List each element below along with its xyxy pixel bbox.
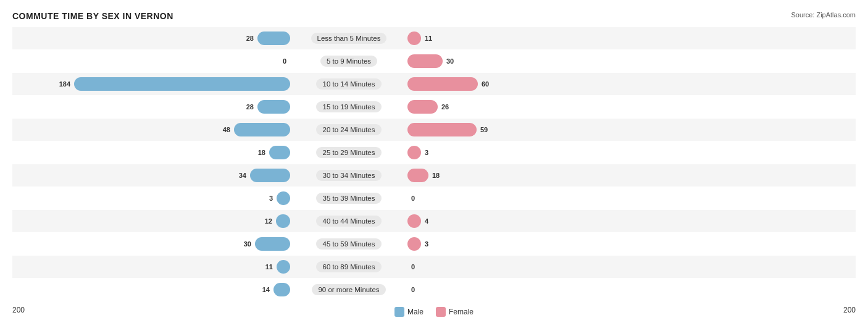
legend-female-label: Female — [449, 308, 474, 316]
female-value: 4 — [425, 217, 437, 225]
right-section: 0 — [407, 260, 685, 274]
left-section: 28 — [12, 31, 290, 45]
legend-male-label: Male — [407, 308, 424, 316]
female-value: 11 — [425, 35, 437, 42]
row-label: 40 to 44 Minutes — [316, 216, 381, 227]
source-label: Source: ZipAtlas.com — [791, 11, 856, 19]
right-section: 0 — [407, 191, 685, 205]
female-value: 3 — [425, 240, 437, 248]
male-bar — [257, 31, 290, 45]
chart-row: 1160 to 89 Minutes0 — [12, 256, 856, 278]
left-section: 18 — [12, 146, 290, 159]
male-bar — [277, 260, 290, 274]
chart-row: 335 to 39 Minutes0 — [12, 187, 856, 209]
female-bar — [407, 214, 421, 228]
chart-row: 05 to 9 Minutes30 — [12, 50, 856, 72]
right-section: 26 — [407, 100, 685, 114]
row-label-area: 90 or more Minutes — [290, 284, 407, 295]
male-value: 0 — [274, 57, 286, 65]
right-section: 3 — [407, 237, 685, 251]
chart-row: 28Less than 5 Minutes11 — [12, 27, 856, 49]
chart-row: 2815 to 19 Minutes26 — [12, 96, 856, 118]
female-bar — [407, 123, 477, 136]
row-label-area: 15 to 19 Minutes — [290, 101, 407, 112]
row-label: 15 to 19 Minutes — [316, 101, 381, 112]
chart-row: 1825 to 29 Minutes3 — [12, 141, 856, 164]
row-label: 20 to 24 Minutes — [316, 124, 381, 135]
female-value: 0 — [411, 286, 424, 293]
row-label-area: 40 to 44 Minutes — [290, 216, 407, 227]
right-section: 60 — [407, 77, 685, 91]
row-label: 5 to 9 Minutes — [320, 56, 377, 67]
male-bar — [277, 191, 290, 205]
row-label: 10 to 14 Minutes — [316, 78, 381, 90]
left-section: 11 — [12, 260, 290, 274]
female-bar — [407, 146, 421, 159]
male-value: 34 — [234, 172, 246, 179]
male-bar — [273, 283, 290, 296]
male-value: 30 — [239, 240, 251, 248]
female-value: 0 — [411, 263, 424, 271]
row-label: 60 to 89 Minutes — [316, 261, 381, 272]
left-section: 184 — [12, 77, 290, 91]
male-value: 18 — [253, 149, 265, 156]
row-label-area: 60 to 89 Minutes — [290, 261, 407, 272]
male-bar — [276, 214, 290, 228]
right-section: 3 — [407, 146, 685, 159]
right-section: 18 — [407, 169, 685, 182]
left-section: 0 — [12, 54, 290, 68]
left-section: 34 — [12, 169, 290, 182]
female-bar — [407, 237, 421, 251]
chart-row: 3045 to 59 Minutes3 — [12, 233, 856, 255]
male-value: 11 — [261, 263, 273, 271]
row-label-area: 5 to 9 Minutes — [290, 56, 407, 67]
chart-row: 18410 to 14 Minutes60 — [12, 73, 856, 95]
female-value: 0 — [411, 195, 424, 202]
row-label: 35 to 39 Minutes — [316, 193, 381, 204]
legend-female-box — [436, 307, 446, 317]
legend-male: Male — [394, 307, 424, 317]
axis-left-label: 200 — [12, 306, 43, 314]
male-bar — [250, 169, 290, 182]
row-label-area: 30 to 34 Minutes — [290, 170, 407, 181]
chart-container: COMMUTE TIME BY SEX IN VERNON Source: Zi… — [0, 0, 868, 323]
chart-area: 28Less than 5 Minutes1105 to 9 Minutes30… — [12, 27, 856, 301]
male-value: 14 — [257, 286, 270, 293]
left-section: 28 — [12, 100, 290, 114]
right-section: 11 — [407, 31, 685, 45]
female-bar — [407, 100, 438, 114]
legend-female: Female — [436, 307, 474, 317]
chart-row: 3430 to 34 Minutes18 — [12, 164, 856, 187]
female-bar — [407, 54, 443, 68]
female-value: 59 — [480, 126, 493, 133]
female-value: 30 — [446, 57, 459, 65]
male-bar — [257, 100, 290, 114]
right-section: 30 — [407, 54, 685, 68]
legend: Male Female — [394, 307, 474, 317]
male-value: 28 — [241, 35, 254, 42]
row-label-area: 20 to 24 Minutes — [290, 124, 407, 135]
right-section: 4 — [407, 214, 685, 228]
male-value: 3 — [261, 195, 273, 202]
male-bar — [269, 146, 290, 159]
chart-title: COMMUTE TIME BY SEX IN VERNON — [12, 11, 856, 21]
row-label: 45 to 59 Minutes — [316, 238, 381, 250]
female-value: 3 — [425, 149, 437, 156]
row-label-area: 25 to 29 Minutes — [290, 147, 407, 158]
axis-right-label: 200 — [825, 306, 856, 314]
chart-row: 1240 to 44 Minutes4 — [12, 210, 856, 232]
chart-row: 4820 to 24 Minutes59 — [12, 119, 856, 141]
male-bar — [74, 77, 290, 91]
female-value: 60 — [482, 80, 494, 88]
male-value: 12 — [260, 217, 272, 225]
left-section: 48 — [12, 123, 290, 136]
female-value: 18 — [432, 172, 444, 179]
male-value: 48 — [218, 126, 230, 133]
male-value: 184 — [58, 80, 70, 88]
female-value: 26 — [441, 103, 454, 111]
chart-row: 1490 or more Minutes0 — [12, 279, 856, 301]
row-label-area: 45 to 59 Minutes — [290, 238, 407, 250]
male-bar — [255, 237, 290, 251]
left-section: 14 — [12, 283, 290, 296]
bottom-row: 200 Male Female 200 — [12, 303, 856, 317]
